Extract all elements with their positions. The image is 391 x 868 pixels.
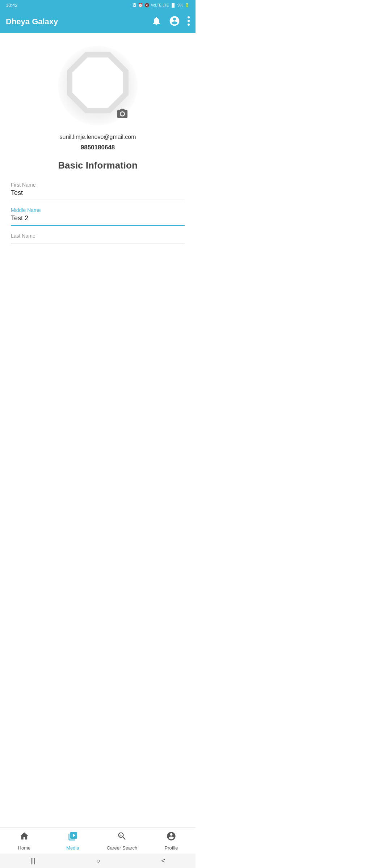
last-name-divider xyxy=(11,243,185,243)
svg-point-2 xyxy=(188,24,190,26)
status-icons: 🖼 ⏰ 🔇 VoLTE LTE ▐▌ 9% 🔋 xyxy=(133,3,190,8)
last-name-value[interactable] xyxy=(11,240,185,243)
middle-name-divider xyxy=(11,225,185,226)
octagon-inner xyxy=(72,58,123,108)
avatar-octagon xyxy=(67,52,129,114)
middle-name-field: Middle Name Test 2 xyxy=(11,207,185,226)
change-photo-button[interactable] xyxy=(115,107,129,121)
mute-icon: 🔇 xyxy=(144,3,150,8)
signal-bars: ▐▌ xyxy=(171,3,176,7)
app-title: Dheya Galaxy xyxy=(6,17,147,26)
first-name-label: First Name xyxy=(11,182,185,188)
status-time: 10:42 xyxy=(6,3,18,8)
svg-point-0 xyxy=(188,16,190,18)
header-icons xyxy=(151,15,190,28)
battery-level: 9% xyxy=(177,3,183,7)
first-name-value[interactable]: Test xyxy=(11,189,185,200)
svg-point-1 xyxy=(188,20,190,22)
first-name-divider xyxy=(11,200,185,200)
last-name-label: Last Name xyxy=(11,233,185,239)
gallery-icon: 🖼 xyxy=(133,3,136,7)
alarm-icon: ⏰ xyxy=(138,3,143,8)
notification-bell-icon[interactable] xyxy=(151,16,161,27)
octagon-shape xyxy=(67,52,129,114)
section-title: Basic Information xyxy=(58,160,138,171)
profile-section: sunil.limje.lenovo@gmail.com 9850180648 … xyxy=(0,33,196,182)
profile-phone: 9850180648 xyxy=(81,144,115,151)
profile-email: sunil.limje.lenovo@gmail.com xyxy=(60,134,136,140)
avatar-container xyxy=(56,44,139,127)
more-options-icon[interactable] xyxy=(188,16,190,27)
form-section: First Name Test Middle Name Test 2 Last … xyxy=(0,182,196,243)
app-header: Dheya Galaxy xyxy=(0,10,196,33)
middle-name-value[interactable]: Test 2 xyxy=(11,214,185,225)
account-circle-icon[interactable] xyxy=(169,15,180,28)
signal-text: VoLTE LTE xyxy=(151,3,169,7)
middle-name-label: Middle Name xyxy=(11,207,185,213)
last-name-field: Last Name xyxy=(11,233,185,243)
battery-icon: 🔋 xyxy=(185,3,190,8)
status-bar: 10:42 🖼 ⏰ 🔇 VoLTE LTE ▐▌ 9% 🔋 xyxy=(0,0,196,10)
first-name-field: First Name Test xyxy=(11,182,185,200)
